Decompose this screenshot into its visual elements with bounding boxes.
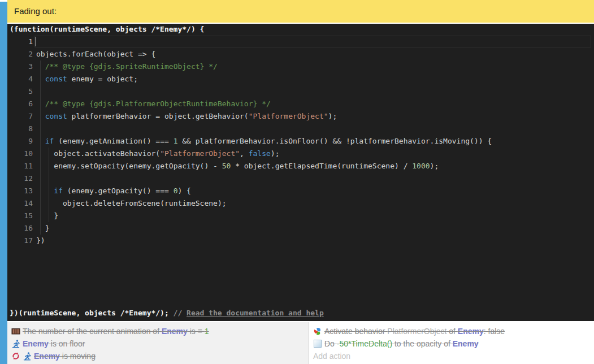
code-line[interactable]: 13 if (enemy.getOpacity() === 0) { (7, 185, 594, 197)
code-line[interactable]: 14 object.deleteFromScene(runtimeScene); (7, 197, 594, 210)
code-line[interactable]: 1 (7, 36, 594, 48)
code-line[interactable]: 4 const enemy = object; (7, 73, 594, 85)
line-content: objects.forEach(object => { (36, 48, 155, 60)
code-line[interactable]: 16 } (7, 222, 594, 235)
code-line[interactable]: 11 enemy.setOpacity(enemy.getOpacity() -… (7, 160, 594, 172)
line-number: 6 (7, 98, 33, 110)
action-row[interactable]: Activate behavior PlatformerObject of En… (309, 325, 594, 337)
condition-row-text: The number of the current animation of E… (23, 327, 209, 336)
invert-icon (11, 352, 20, 361)
line-content: object.deleteFromScene(runtimeScene); (36, 197, 227, 210)
documentation-link[interactable]: Read the documentation and help (187, 309, 324, 317)
code-line[interactable]: 10 object.activateBehavior("PlatformerOb… (7, 148, 594, 160)
action-row-text: Activate behavior PlatformerObject of En… (324, 327, 505, 336)
comment-event[interactable]: Fading out: (7, 0, 594, 23)
line-number: 16 (7, 222, 33, 235)
line-content: enemy.setOpacity(enemy.getOpacity() - 50… (36, 160, 439, 172)
code-footer-comment-prefix: // (174, 309, 187, 317)
line-number: 1 (7, 36, 33, 48)
code-line[interactable]: 7 const platformerBehavior = object.getB… (7, 110, 594, 123)
line-number: 12 (7, 172, 33, 185)
actions-column[interactable]: Activate behavior PlatformerObject of En… (308, 322, 594, 364)
code-lines: 12objects.forEach(object => {3 /** @type… (7, 36, 594, 247)
line-number: 15 (7, 210, 33, 222)
code-wrapper-footer: })(runtimeScene, objects /*Enemy*/); // … (7, 308, 594, 321)
line-content: /** @type {gdjs.SpriteRuntimeObject} */ (36, 60, 218, 73)
line-number: 7 (7, 110, 33, 123)
code-line[interactable]: 9 if (enemy.getAnimation() === 1 && plat… (7, 135, 594, 148)
code-editor[interactable]: 12objects.forEach(object => {3 /** @type… (7, 36, 594, 308)
animation-icon (11, 327, 20, 336)
action-row-text: Do -50*TimeDelta() to the opacity of Ene… (324, 339, 479, 348)
condition-row[interactable]: Enemy is moving (7, 350, 308, 362)
line-number: 9 (7, 135, 33, 148)
action-row[interactable]: Do -50*TimeDelta() to the opacity of Ene… (309, 337, 594, 350)
condition-row-text: Enemy is moving (34, 352, 96, 361)
event-conditions-actions: The number of the current animation of E… (7, 322, 594, 364)
line-number: 4 (7, 73, 33, 85)
code-line[interactable]: 5 (7, 85, 594, 98)
line-number: 10 (7, 148, 33, 160)
conditions-column[interactable]: The number of the current animation of E… (7, 322, 308, 364)
line-content: const platformerBehavior = object.getBeh… (36, 110, 337, 123)
line-number: 13 (7, 185, 33, 197)
line-content: if (enemy.getOpacity() === 0) { (36, 185, 191, 197)
line-content: }) (36, 235, 45, 247)
platformer-icon (23, 352, 32, 361)
line-number: 14 (7, 197, 33, 210)
js-code-event[interactable]: (function(runtimeScene, objects /*Enemy*… (7, 24, 594, 321)
code-line[interactable]: 3 /** @type {gdjs.SpriteRuntimeObject} *… (7, 60, 594, 73)
code-line[interactable]: 15 } (7, 210, 594, 222)
condition-row-text: Enemy is on floor (23, 339, 85, 348)
code-line[interactable]: 17}) (7, 235, 594, 247)
condition-row[interactable]: The number of the current animation of E… (7, 325, 308, 337)
comment-event-text: Fading out: (14, 6, 57, 16)
line-number: 11 (7, 160, 33, 172)
event-indent-strip (0, 2, 7, 364)
opacity-icon (313, 339, 322, 348)
line-content: object.activateBehavior("PlatformerObjec… (36, 148, 280, 160)
line-content: /** @type {gdjs.PlatformerObjectRuntimeB… (36, 98, 271, 110)
line-content: const enemy = object; (36, 73, 138, 85)
line-content: } (36, 222, 49, 235)
code-line[interactable]: 8 (7, 123, 594, 135)
code-footer-text: })(runtimeScene, objects /*Enemy*/); (10, 309, 174, 317)
line-content: if (enemy.getAnimation() === 1 && platfo… (36, 135, 492, 148)
line-number: 2 (7, 48, 33, 60)
code-line[interactable]: 6 /** @type {gdjs.PlatformerObjectRuntim… (7, 98, 594, 110)
line-number: 5 (7, 85, 33, 98)
line-number: 17 (7, 235, 33, 247)
line-number: 3 (7, 60, 33, 73)
line-content: } (36, 210, 58, 222)
add-action-button[interactable]: Add action (309, 350, 594, 362)
condition-row[interactable]: Enemy is on floor (7, 337, 308, 350)
events-sheet: Fading out: (function(runtimeScene, obje… (0, 0, 594, 364)
code-line[interactable]: 2objects.forEach(object => { (7, 48, 594, 60)
platformer-icon (11, 339, 20, 348)
code-line[interactable]: 12 (7, 172, 594, 185)
code-wrapper-header: (function(runtimeScene, objects /*Enemy*… (7, 24, 594, 36)
line-number: 8 (7, 123, 33, 135)
behavior-icon (313, 327, 322, 336)
